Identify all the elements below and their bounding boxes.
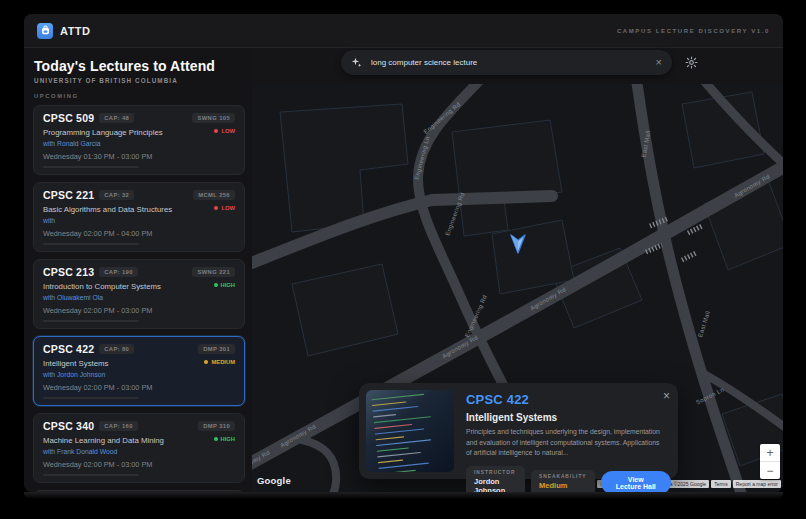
app-logo-backpack-icon [37,23,53,39]
availability-badge: HIGH [214,436,236,442]
card-divider [43,320,139,322]
lecture-list: CPSC 509 CAP: 48 SWNG 105 Programming La… [33,105,245,492]
room-badge: DMP 310 [198,421,235,431]
availability-badge: LOW [214,128,235,134]
map-attribution-item[interactable]: Report a map error [733,480,781,488]
app-name: ATTD [60,25,91,37]
course-code: CPSC 213 [43,266,94,278]
google-logo[interactable]: Google [257,475,291,486]
instructor-link[interactable]: with Ronald Garcia [43,140,235,147]
availability-label: HIGH [221,282,236,288]
course-title: Intelligent Systems [43,359,108,368]
lecture-location-marker[interactable] [510,234,526,258]
availability-label: HIGH [221,436,236,442]
course-title: Machine Learning and Data Mining [43,436,164,445]
close-icon[interactable]: × [663,390,670,402]
window-reflection [24,492,783,499]
capacity-badge: CAP: 48 [99,113,134,123]
capacity-badge: CAP: 190 [99,267,138,277]
lecture-time: Wednesday 01:30 PM - 03:00 PM [43,152,235,161]
card-divider [43,243,139,245]
availability-dot-icon [214,206,218,210]
ai-sparkle-icon [351,57,362,68]
lecture-card[interactable]: CPSC 422 CAP: 80 DMP 301 Intelligent Sys… [33,336,245,406]
instructor-link[interactable]: with [43,217,235,224]
popup-course-title: Intelligent Systems [466,412,671,423]
availability-label: MEDIUM [211,359,235,365]
availability-badge: LOW [214,205,235,211]
room-badge: MCML 256 [193,190,235,200]
zoom-out-button[interactable]: − [760,462,780,479]
view-lecture-hall-button[interactable]: View Lecture Hall [601,471,671,492]
page-subtitle: UNIVERSITY OF BRITISH COLUMBIA [34,77,245,84]
course-code: CPSC 509 [43,112,94,124]
capacity-badge: CAP: 32 [99,190,134,200]
sneakability-label: SNEAKABILITY [539,474,586,479]
course-title: Programming Language Principles [43,128,163,137]
app-window: ATTD CAMPUS LECTURE DISCOVERY V1.0 Today… [24,14,783,492]
lecture-detail-popup: CPSC 422 × Intelligent Systems Principle… [359,383,678,479]
lecture-card[interactable]: CPSC 221 CAP: 32 MCML 256 Basic Algorith… [33,182,245,252]
app-header: ATTD CAMPUS LECTURE DISCOVERY V1.0 [24,14,783,48]
course-code: CPSC 221 [43,189,94,201]
course-code: CPSC 422 [43,343,94,355]
card-divider [43,474,139,476]
instructor-box: INSTRUCTOR Jordon Johnson [466,466,525,492]
lecture-time: Wednesday 02:00 PM - 03:00 PM [43,306,235,315]
settings-gear-icon[interactable] [680,51,703,74]
map-zoom-control: + − [760,444,780,479]
room-badge: SWNG 221 [192,267,235,277]
lecture-time: Wednesday 02:00 PM - 03:00 PM [43,383,235,392]
popup-description: Principles and techniques underlying the… [466,427,671,459]
course-title: Basic Algorithms and Data Structures [43,205,172,214]
map-attribution-item[interactable]: Terms [711,480,731,488]
lecture-sidebar: Today's Lectures to Attend UNIVERSITY OF… [24,48,252,492]
lecture-time: Wednesday 02:00 PM - 03:00 PM [43,460,235,469]
search-input[interactable] [369,57,649,68]
availability-badge: HIGH [214,282,236,288]
instructor-link[interactable]: with Frank Donald Wood [43,448,235,455]
instructor-link[interactable]: with Oluwakemi Ola [43,294,235,301]
instructor-name: Jordon Johnson [474,477,517,492]
availability-dot-icon [214,437,218,441]
lecture-card[interactable]: CPSC 509 CAP: 48 SWNG 105 Programming La… [33,105,245,175]
course-code: CPSC 340 [43,420,94,432]
zoom-in-button[interactable]: + [760,444,780,461]
search-bar[interactable]: × [341,50,672,75]
sneakability-box: SNEAKABILITY Medium [531,470,594,492]
sneakability-value: Medium [539,481,586,490]
card-divider [43,397,139,399]
availability-badge: MEDIUM [204,359,235,365]
app-tagline: CAMPUS LECTURE DISCOVERY V1.0 [617,28,770,34]
availability-dot-icon [214,283,218,287]
lecture-hall-photo [366,390,454,472]
lecture-time: Wednesday 02:00 PM - 04:00 PM [43,229,235,238]
clear-search-icon[interactable]: × [656,57,662,68]
section-label-upcoming: UPCOMING [34,93,245,99]
availability-dot-icon [204,360,208,364]
popup-body: CPSC 422 × Intelligent Systems Principle… [466,390,671,472]
capacity-badge: CAP: 160 [99,421,138,431]
page-title: Today's Lectures to Attend [34,58,245,74]
availability-dot-icon [214,129,218,133]
instructor-link[interactable]: with Jordon Johnson [43,371,235,378]
room-badge: DMP 301 [198,344,235,354]
campus-map[interactable]: Engineering RdEngineering LnEngineering … [252,84,783,492]
capacity-badge: CAP: 80 [99,344,134,354]
lecture-card[interactable]: CPSC 340 CAP: 160 DMP 310 Machine Learni… [33,413,245,483]
course-title: Introduction to Computer Systems [43,282,161,291]
room-badge: SWNG 105 [192,113,235,123]
availability-label: LOW [221,205,235,211]
instructor-label: INSTRUCTOR [474,470,517,475]
lecture-card[interactable]: CPSC 213 CAP: 190 SWNG 221 Introduction … [33,259,245,329]
availability-label: LOW [221,128,235,134]
popup-course-code: CPSC 422 [466,392,671,407]
popup-info-row: INSTRUCTOR Jordon Johnson SNEAKABILITY M… [466,466,671,492]
card-divider [43,166,139,168]
